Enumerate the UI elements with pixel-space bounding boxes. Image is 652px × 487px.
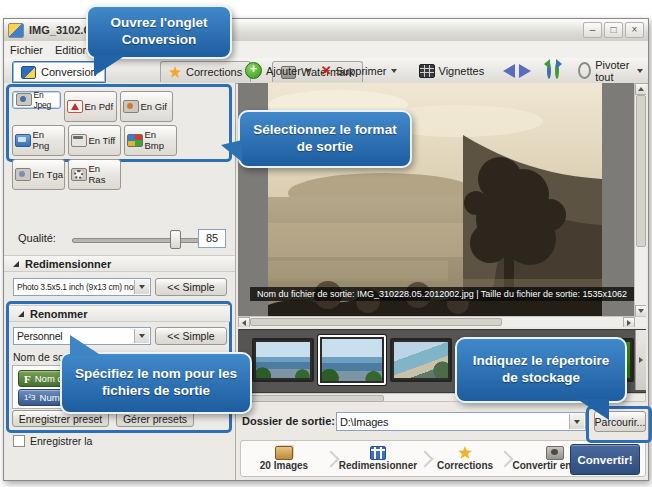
format-tiff-button[interactable]: En Tiff bbox=[68, 125, 121, 156]
app-icon bbox=[8, 23, 24, 38]
tiff-icon bbox=[71, 134, 87, 147]
thumbnail-3[interactable] bbox=[390, 338, 452, 382]
format-tga-button[interactable]: En Tga bbox=[12, 159, 65, 190]
letter-f-icon: F bbox=[24, 373, 31, 385]
step-corrections: Corrections bbox=[429, 446, 501, 471]
rename-section-header[interactable]: Renommer bbox=[9, 305, 230, 322]
preview-horizontal-scrollbar[interactable] bbox=[238, 316, 646, 327]
output-folder-combobox[interactable]: D:\Images bbox=[336, 412, 586, 431]
settings-panel: En Jpeg En Pdf En Gif En Png En Tiff En … bbox=[4, 83, 236, 480]
rotate-all-button[interactable]: Pivoter tout bbox=[575, 57, 646, 85]
resize-preset-value: Photo 3.5x5.1 inch (9x13 cm) normal bbox=[17, 282, 149, 292]
tab-conversion-label: Conversion bbox=[41, 66, 97, 78]
tab-conversion[interactable]: Conversion bbox=[12, 61, 106, 83]
rename-profile-dropdown[interactable] bbox=[134, 329, 149, 343]
add-button[interactable]: + Ajouter bbox=[242, 60, 314, 81]
rotate-all-label: Pivoter tout bbox=[595, 59, 633, 83]
output-folder-label: Dossier de sortie: bbox=[242, 415, 335, 427]
vscroll-thumb[interactable] bbox=[636, 95, 646, 247]
next-image-button[interactable] bbox=[519, 64, 531, 78]
previous-image-button[interactable] bbox=[503, 64, 515, 78]
scroll-right-button[interactable] bbox=[623, 317, 635, 327]
scroll-up-button[interactable] bbox=[635, 83, 646, 95]
save-structure-label: Enregistrer la bbox=[30, 435, 92, 447]
format-buttons: En Jpeg En Pdf En Gif En Png En Tiff En … bbox=[7, 86, 229, 159]
maximize-button[interactable]: □ bbox=[604, 22, 623, 38]
conversion-icon bbox=[21, 66, 36, 79]
output-file-caption: Nom du fichier de sortie: IMG_310228.05.… bbox=[250, 287, 634, 301]
thumbnails-button[interactable]: Vignettes bbox=[416, 62, 488, 80]
resize-title: Redimensionner bbox=[25, 258, 111, 270]
resize-simple-button[interactable]: << Simple bbox=[155, 278, 227, 296]
format-jpeg-button[interactable]: En Jpeg bbox=[12, 91, 61, 109]
tab-corrections[interactable]: Corrections bbox=[160, 61, 251, 82]
rename-profile-value: Personnel bbox=[17, 330, 62, 342]
minimize-button[interactable]: – bbox=[583, 22, 602, 38]
format-ras-button[interactable]: En Ras bbox=[68, 159, 121, 190]
callout-pointer bbox=[70, 335, 102, 356]
callout-specify-name: Spécifiez le nom pour les fichiers de so… bbox=[60, 352, 252, 414]
convert-button[interactable]: Convertir! bbox=[570, 444, 640, 475]
thumbnails-label: Vignettes bbox=[439, 65, 485, 77]
bmp-icon bbox=[127, 134, 143, 147]
quality-value-field[interactable]: 85 bbox=[198, 229, 226, 248]
format-bmp-button[interactable]: En Bmp bbox=[124, 125, 177, 156]
step-resize-label: Redimensionner bbox=[339, 460, 417, 471]
conversion-steps-bar: 20 Images Redimensionner Corrections Con… bbox=[240, 440, 646, 477]
gif-icon bbox=[123, 100, 139, 113]
menu-fichier[interactable]: Fichier bbox=[4, 44, 49, 56]
add-label: Ajouter bbox=[266, 65, 301, 77]
rename-simple-button[interactable]: << Simple bbox=[155, 327, 227, 345]
rotate-all-dropdown-icon[interactable] bbox=[637, 69, 643, 73]
hscroll-thumb[interactable] bbox=[250, 318, 502, 326]
resize-section-header[interactable]: Redimensionner bbox=[4, 255, 235, 272]
rotate-left-button[interactable] bbox=[547, 62, 551, 79]
rotate-right-button[interactable] bbox=[555, 62, 559, 79]
add-dropdown-icon[interactable] bbox=[305, 69, 311, 73]
resize-preset-dropdown[interactable] bbox=[134, 280, 149, 294]
tga-icon bbox=[15, 168, 31, 181]
thumbnail-1[interactable] bbox=[252, 338, 314, 382]
save-structure-row: Enregistrer la bbox=[13, 435, 233, 447]
collapse-triangle-icon[interactable] bbox=[18, 311, 24, 317]
scroll-left-button[interactable] bbox=[238, 317, 250, 327]
resize-preset-select[interactable]: Photo 3.5x5.1 inch (9x13 cm) normal bbox=[13, 278, 151, 296]
thumbnail-2-selected[interactable] bbox=[318, 335, 386, 385]
callout-pointer bbox=[221, 140, 242, 162]
collapse-triangle-icon[interactable] bbox=[13, 261, 19, 267]
screenshot: IMG_3102.CR2 - AV – □ × Fichier Edition … bbox=[0, 0, 652, 487]
pdf-icon bbox=[67, 100, 83, 113]
format-pdf-button[interactable]: En Pdf bbox=[64, 91, 117, 122]
strip-scroll-thumb[interactable] bbox=[242, 395, 384, 402]
close-button[interactable]: × bbox=[625, 22, 644, 38]
step-images: 20 Images bbox=[241, 446, 327, 471]
format-gif-button[interactable]: En Gif bbox=[120, 91, 173, 122]
quality-slider-thumb[interactable] bbox=[170, 230, 181, 249]
remove-label: Supprimer bbox=[336, 65, 387, 77]
png-icon bbox=[15, 134, 31, 147]
toolbar: + Ajouter ✕ Supprimer Vignettes bbox=[242, 58, 646, 83]
callout-storage-folder: Indiquez le répertoire de stockage bbox=[455, 337, 627, 403]
callout-pointer bbox=[94, 55, 126, 76]
plus-icon: + bbox=[245, 62, 262, 79]
format-png-button[interactable]: En Png bbox=[12, 125, 65, 156]
save-structure-checkbox[interactable] bbox=[13, 435, 25, 447]
quality-row: Qualité: 85 bbox=[12, 229, 228, 249]
jpeg-icon bbox=[16, 93, 32, 106]
callout-select-format: Sélectionnez le format de sortie bbox=[238, 110, 412, 168]
thumbnails-grid-icon bbox=[419, 64, 435, 78]
corrections-star-icon bbox=[169, 66, 181, 78]
preview-vertical-scrollbar[interactable] bbox=[634, 83, 646, 317]
rename-title: Renommer bbox=[30, 308, 87, 320]
output-folder-value: D:\Images bbox=[340, 416, 388, 428]
ras-icon bbox=[71, 168, 87, 181]
resize-icon bbox=[370, 446, 386, 460]
tab-corrections-label: Corrections bbox=[186, 66, 242, 78]
remove-button[interactable]: ✕ Supprimer bbox=[318, 61, 400, 80]
convert-photo-icon bbox=[546, 446, 564, 460]
callout-open-tab: Ouvrez l'onglet Conversion bbox=[86, 5, 232, 59]
star-icon bbox=[458, 446, 472, 459]
remove-dropdown-icon[interactable] bbox=[391, 69, 397, 73]
delete-x-icon: ✕ bbox=[321, 63, 332, 78]
strip-next-button[interactable] bbox=[635, 330, 646, 390]
